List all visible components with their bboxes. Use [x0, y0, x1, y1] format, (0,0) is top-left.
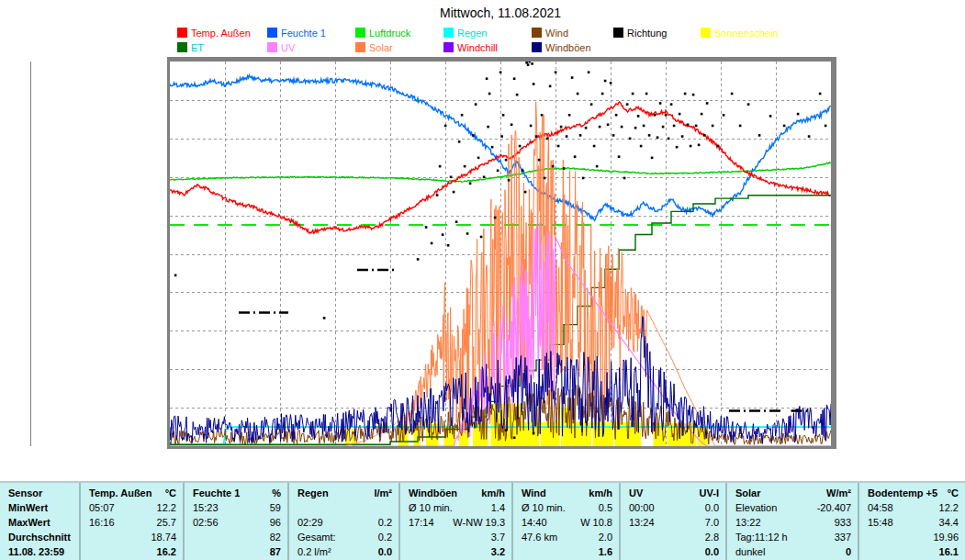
row-label: MinWert	[0, 500, 79, 515]
stat-row: 0.0	[621, 544, 725, 559]
stat-row: 47.6 km2.0	[513, 530, 619, 544]
sensor-name: Feuchte 1	[193, 486, 240, 500]
sensor-name: Regen	[297, 486, 329, 500]
weather-chart-canvas	[0, 0, 965, 481]
stat-value: W-NW 19.3	[453, 515, 505, 530]
stat-row: 15:2359	[185, 500, 287, 515]
sensor-unit: °C	[948, 486, 959, 500]
stat-time: 13:24	[629, 515, 655, 530]
stat-value: 19.96	[933, 530, 959, 544]
stat-value: -20.407	[817, 500, 851, 515]
stat-row: 3.7	[400, 530, 511, 544]
stat-time: 16:16	[89, 515, 115, 530]
row-label-text: MinWert	[8, 500, 48, 515]
column-header: Temp. Außen°C	[81, 486, 183, 500]
stat-row: 87	[185, 544, 287, 559]
stat-value: 0.5	[599, 500, 612, 515]
stat-row: 82	[185, 530, 287, 544]
stat-time: dunkel	[735, 544, 765, 559]
stat-time: Ø 10 min.	[522, 500, 566, 515]
stat-value: 2.8	[705, 530, 719, 544]
stat-row: dunkel0	[727, 544, 858, 559]
stat-time: 17:14	[409, 515, 434, 530]
column-header: UVUV-I	[621, 486, 725, 500]
stat-time: 14:40	[522, 515, 547, 530]
stat-time: 00:00	[629, 500, 655, 515]
stat-row: 19.96	[859, 530, 965, 544]
stat-row: 1.6	[513, 544, 619, 559]
stat-row: 17:14W-NW 19.3	[400, 515, 511, 530]
stat-value: 1.4	[491, 500, 505, 515]
table-column: UVUV-I00:000.013:247.02.80.0	[619, 483, 725, 560]
sensor-unit: km/h	[589, 486, 612, 500]
stat-value: 1.6	[599, 544, 612, 559]
stat-row: 16.1	[859, 544, 965, 559]
stat-value: 82	[270, 530, 281, 544]
stat-value: 3.7	[491, 530, 505, 544]
stat-row: 15:4834.4	[859, 515, 965, 530]
sensor-unit: UV-I	[700, 486, 719, 500]
table-column: Temp. Außen°C05:0712.216:1625.718.7416.2	[79, 483, 183, 560]
stat-row: 0.2 l/m²0.0	[289, 544, 398, 559]
stat-time: 05:07	[89, 500, 115, 515]
row-label-text: Sensor	[8, 486, 42, 500]
stat-row: 13:22933	[727, 515, 858, 530]
row-label-text: MaxWert	[8, 515, 50, 530]
stat-value: 12.2	[157, 500, 176, 515]
stat-value: 2.0	[599, 530, 612, 544]
row-label: Sensor	[0, 486, 79, 500]
row-label-text: 11.08. 23:59	[8, 544, 64, 559]
stat-value: 18.74	[151, 530, 176, 544]
stat-time: 13:22	[735, 515, 761, 530]
stat-value: 34.4	[939, 515, 959, 530]
stat-value: 96	[270, 515, 281, 530]
stat-value: 0.0	[378, 544, 392, 559]
stat-time: 02:56	[193, 515, 219, 530]
stat-row: 2.8	[621, 530, 725, 544]
table-column: Windböenkm/hØ 10 min.1.417:14W-NW 19.33.…	[398, 483, 511, 560]
sensor-stats-table: SensorMinWertMaxWertDurchschnitt11.08. 2…	[0, 481, 965, 560]
stat-row: 16:1625.7	[81, 515, 183, 530]
table-column: Regenl/m²02:290.2Gesamt:0.20.2 l/m²0.0	[287, 483, 398, 560]
sensor-name: Solar	[735, 486, 761, 500]
stat-row: 02:5696	[185, 515, 287, 530]
table-column: Windkm/hØ 10 min.0.514:40W 10.847.6 km2.…	[511, 483, 619, 560]
column-header: Bodentemp +5°C	[859, 486, 965, 500]
sensor-name: Bodentemp +5	[868, 486, 937, 500]
stat-time: Elevation	[735, 500, 777, 515]
stat-row: 3.2	[400, 544, 511, 559]
table-column: SensorMinWertMaxWertDurchschnitt11.08. 2…	[0, 483, 79, 560]
sensor-unit: %	[272, 486, 281, 500]
stat-value: 337	[835, 530, 851, 544]
stat-value: 87	[270, 544, 281, 559]
stat-time: 0.2 l/m²	[297, 544, 331, 559]
stat-time: 47.6 km	[522, 530, 557, 544]
stat-row: 18.74	[81, 530, 183, 544]
stat-row: 13:247.0	[621, 515, 725, 530]
weather-app-window: Mittwoch, 11.08.2021 Temp. AußenFeuchte …	[0, 0, 965, 560]
table-column: SolarW/m²Elevation-20.40713:22933Tag:11:…	[725, 483, 858, 560]
stat-row: 02:290.2	[289, 515, 398, 530]
stat-value: 16.1	[939, 544, 959, 559]
stat-value: 3.2	[491, 544, 505, 559]
column-header: Windkm/h	[513, 486, 619, 500]
stat-value: 0	[846, 544, 851, 559]
stat-row: Ø 10 min.0.5	[513, 500, 619, 515]
stat-time: Ø 10 min.	[409, 500, 453, 515]
stat-row: Tag:11:12 h337	[727, 530, 858, 544]
table-column: Bodentemp +5°C04:5812.215:4834.419.9616.…	[858, 483, 965, 560]
stat-value: W 10.8	[580, 515, 612, 530]
stat-time: 04:58	[868, 500, 893, 515]
stat-value: 59	[270, 500, 281, 515]
row-label: MaxWert	[0, 515, 79, 530]
stat-value: 0.2	[378, 530, 392, 544]
stat-row: 00:000.0	[621, 500, 725, 515]
stat-value: 7.0	[705, 515, 719, 530]
sensor-unit: W/m²	[826, 486, 851, 500]
sensor-name: Wind	[522, 486, 546, 500]
stat-row: 04:5812.2	[859, 500, 965, 515]
column-header: SolarW/m²	[727, 486, 858, 500]
column-header: Feuchte 1%	[185, 486, 287, 500]
stat-value: 0.0	[705, 500, 719, 515]
sensor-unit: km/h	[481, 486, 505, 500]
